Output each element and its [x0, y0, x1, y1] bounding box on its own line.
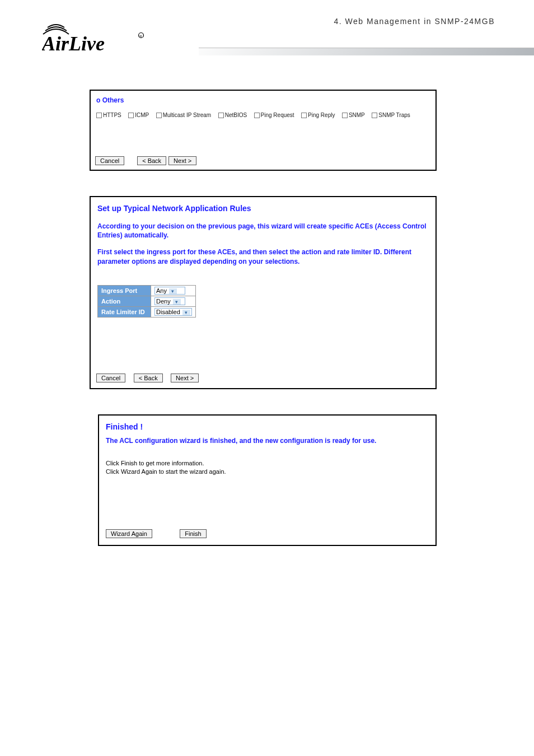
others-panel: o Others HTTPS ICMP Multicast IP Stream … — [90, 90, 437, 171]
brand-logo: AirLive R — [42, 20, 151, 58]
action-label: Action — [98, 296, 151, 306]
others-title: o Others — [91, 91, 435, 108]
svg-text:R: R — [139, 35, 142, 38]
action-select[interactable]: Deny▾ — [154, 297, 185, 305]
finished-title: Finished ! — [99, 416, 435, 435]
back-button[interactable]: < Back — [137, 156, 166, 165]
checkbox-ping-request[interactable] — [254, 113, 260, 118]
finished-subtitle: The ACL configuration wizard is finished… — [99, 435, 435, 456]
next-button[interactable]: Next > — [171, 374, 199, 382]
checkbox-multicast[interactable] — [156, 113, 162, 118]
finish-button[interactable]: Finish — [180, 529, 206, 538]
svg-text:AirLive: AirLive — [42, 32, 105, 55]
ingress-port-select[interactable]: Any▾ — [154, 287, 185, 295]
wizard-again-button[interactable]: Wizard Again — [106, 529, 152, 538]
ingress-port-cell: Any▾ — [151, 285, 196, 296]
checkbox-netbios[interactable] — [218, 113, 224, 118]
rate-limiter-value: Disabled — [156, 309, 180, 315]
header-divider — [199, 48, 534, 55]
setup-title: Set up Typical Network Application Rules — [91, 197, 435, 220]
checkbox-ping-reply[interactable] — [301, 113, 307, 118]
checkbox-ping-reply-label: Ping Reply — [308, 112, 335, 118]
ingress-port-label: Ingress Port — [98, 285, 151, 296]
finished-panel: Finished ! The ACL configuration wizard … — [98, 414, 437, 546]
checkbox-icmp-label: ICMP — [135, 112, 149, 118]
chevron-down-icon: ▾ — [173, 299, 181, 305]
panel2-button-row: Cancel < Back Next > — [96, 372, 204, 382]
setup-desc1: According to your decision on the previo… — [91, 220, 435, 242]
checkbox-snmp-traps-label: SNMP Traps — [378, 112, 410, 118]
checkbox-icmp[interactable] — [128, 113, 134, 118]
panel1-button-row: Cancel < BackNext > — [95, 155, 199, 165]
param-table: Ingress Port Any▾ Action Deny▾ Rate Limi… — [97, 285, 196, 318]
panel3-button-row: Wizard Again Finish — [106, 528, 232, 538]
action-value: Deny — [156, 298, 171, 305]
checkbox-https-label: HTTPS — [103, 112, 121, 118]
checkbox-snmp-label: SNMP — [349, 112, 365, 118]
setup-panel: Set up Typical Network Application Rules… — [90, 196, 437, 389]
checkbox-https[interactable] — [96, 113, 102, 118]
checkbox-snmp[interactable] — [342, 113, 348, 118]
next-button[interactable]: Next > — [168, 156, 196, 165]
checkbox-multicast-label: Multicast IP Stream — [163, 112, 212, 118]
action-cell: Deny▾ — [151, 296, 196, 306]
header-section-title: 4. Web Management in SNMP-24MGB — [334, 17, 495, 26]
checkbox-snmp-traps[interactable] — [372, 113, 377, 118]
finished-info2: Click Wizard Again to start the wizard a… — [99, 468, 435, 476]
setup-desc2: First select the ingress port for these … — [91, 245, 435, 268]
finished-info1: Click Finish to get more information. — [99, 456, 435, 468]
others-checkbox-row: HTTPS ICMP Multicast IP Stream NetBIOS P… — [91, 108, 435, 125]
back-button[interactable]: < Back — [134, 374, 163, 382]
cancel-button[interactable]: Cancel — [95, 156, 124, 165]
chevron-down-icon: ▾ — [169, 288, 177, 294]
checkbox-netbios-label: NetBIOS — [225, 112, 247, 118]
cancel-button[interactable]: Cancel — [96, 374, 125, 382]
rate-limiter-label: Rate Limiter ID — [98, 306, 151, 317]
rate-limiter-cell: Disabled▾ — [151, 306, 196, 317]
rate-limiter-select[interactable]: Disabled▾ — [154, 308, 192, 316]
checkbox-ping-request-label: Ping Request — [261, 112, 294, 118]
ingress-port-value: Any — [156, 287, 167, 294]
chevron-down-icon: ▾ — [182, 310, 190, 315]
